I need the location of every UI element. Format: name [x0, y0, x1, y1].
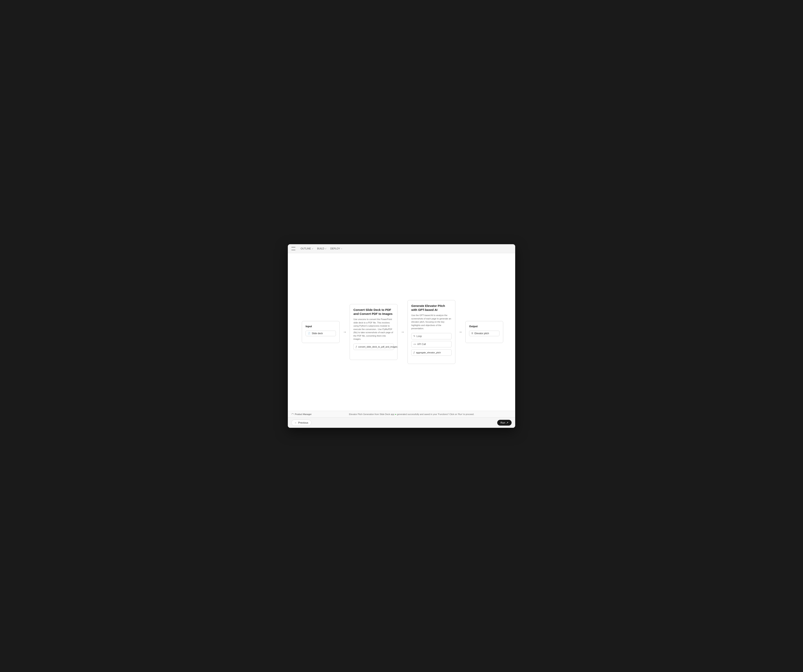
user-badge: ◠ Product Manager	[291, 413, 312, 416]
user-icon: ◠	[291, 413, 294, 416]
generate-node-desc: Use the GPT-based AI to analyze the scre…	[411, 314, 452, 330]
aggregate-function-block: ƒ aggregate_elevator_pitch	[411, 349, 452, 356]
func-icon-convert: ƒ	[356, 345, 357, 348]
api-call-block[interactable]: <> API Call	[411, 341, 452, 347]
bottom-nav: ← Previous Run ↗	[288, 417, 515, 428]
deploy-icon: ○	[341, 247, 342, 250]
nav-items: OUTLINE ✓ BUILD ✓ DEPLOY ○	[299, 247, 343, 251]
nav-build[interactable]: BUILD ✓	[316, 247, 328, 251]
input-node-title: Input	[306, 325, 336, 328]
status-message: Elevator Pitch Generation from Slide Dec…	[349, 413, 474, 415]
output-node-title: Output	[469, 325, 499, 328]
arrow-icon-3: →	[458, 330, 462, 334]
output-chip: ☰ Elevator pitch	[469, 330, 499, 336]
run-arrow-icon: ↗	[506, 421, 509, 424]
doc-icon: 📄	[308, 332, 310, 335]
user-label: Product Manager	[295, 413, 312, 415]
convert-node-title: Convert Slide Deck to PDF and Convert PD…	[353, 308, 394, 316]
loop-icon: ↻	[413, 335, 415, 337]
arrow-2: →	[398, 330, 408, 334]
func-icon-aggregate: ƒ	[413, 351, 415, 354]
outline-icon: ✓	[312, 247, 314, 250]
loop-block[interactable]: ↻ Loop	[411, 333, 452, 339]
generate-node: Generate Elevator Pitch with GPT-based A…	[408, 300, 455, 364]
arrow-icon-1: →	[343, 330, 346, 334]
lines-icon: ☰	[471, 332, 473, 335]
previous-label: Previous	[298, 421, 308, 424]
loop-label: Loop	[416, 335, 422, 338]
convert-function-block: ƒ convert_slide_deck_to_pdf_and_images	[353, 343, 394, 350]
input-chip: 📄 Slide deck	[306, 330, 336, 336]
run-label: Run	[501, 421, 505, 424]
outline-label: OUTLINE	[301, 247, 311, 250]
app-window: OUTLINE ✓ BUILD ✓ DEPLOY ○ Input 📄	[288, 244, 515, 428]
status-bar: ◠ Product Manager Elevator Pitch Generat…	[288, 411, 515, 417]
top-bar: OUTLINE ✓ BUILD ✓ DEPLOY ○	[288, 244, 515, 253]
api-call-label: API Call	[417, 343, 426, 346]
flow-diagram: Input 📄 Slide deck → Convert Slide Deck …	[302, 300, 501, 364]
sidebar-toggle[interactable]	[291, 247, 296, 250]
deploy-label: DEPLOY	[330, 247, 340, 250]
generate-node-title: Generate Elevator Pitch with GPT-based A…	[411, 304, 452, 312]
convert-function-label: convert_slide_deck_to_pdf_and_images	[358, 346, 398, 348]
status-left: ◠ Product Manager	[291, 413, 312, 416]
status-dot: ●	[395, 413, 397, 415]
output-node: Output ☰ Elevator pitch	[465, 321, 503, 343]
canvas-area: Input 📄 Slide deck → Convert Slide Deck …	[288, 253, 515, 411]
input-chip-label: Slide deck	[312, 332, 323, 335]
status-text: generated successfully and saved in your…	[397, 413, 474, 415]
previous-button[interactable]: ← Previous	[291, 420, 311, 426]
nav-deploy[interactable]: DEPLOY ○	[329, 247, 343, 251]
run-button[interactable]: Run ↗	[497, 420, 512, 426]
api-call-icon: <>	[413, 343, 416, 345]
input-node: Input 📄 Slide deck	[302, 321, 340, 343]
build-icon: ✓	[325, 247, 327, 250]
arrow-3: →	[455, 330, 465, 334]
arrow-icon-2: →	[401, 330, 404, 334]
build-label: BUILD	[317, 247, 324, 250]
convert-node-desc: Use unoconv to convert the PowerPoint sl…	[353, 318, 394, 341]
arrow-1: →	[340, 330, 349, 334]
prev-arrow-icon: ←	[294, 421, 297, 424]
nav-outline[interactable]: OUTLINE ✓	[299, 247, 315, 251]
status-app-name: Elevator Pitch Generation from Slide Dec…	[349, 413, 394, 415]
convert-node: Convert Slide Deck to PDF and Convert PD…	[349, 304, 398, 360]
aggregate-function-label: aggregate_elevator_pitch	[416, 351, 441, 354]
main-content: Input 📄 Slide deck → Convert Slide Deck …	[288, 253, 515, 417]
output-chip-label: Elevator pitch	[475, 332, 489, 335]
